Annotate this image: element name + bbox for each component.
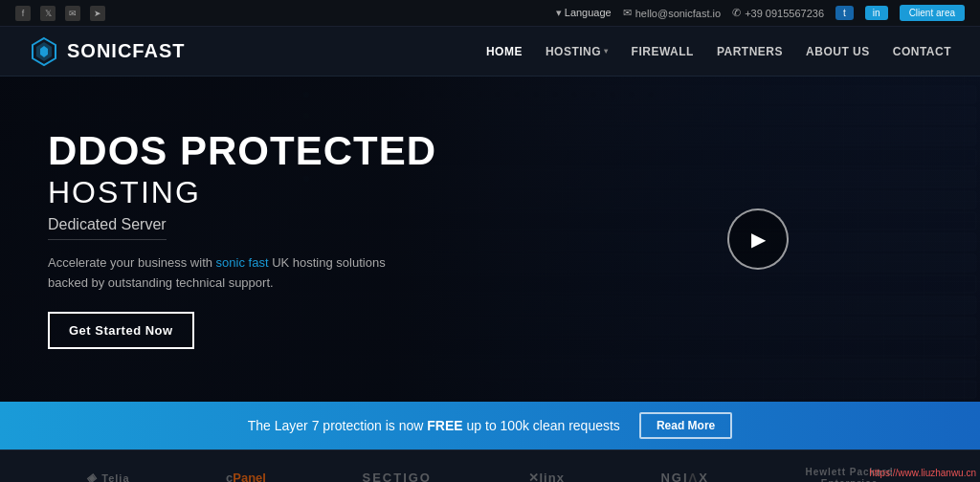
partners-bar: ◈ Telia cPanel SECTIGO ✕linx NGIΛX Hewle…: [0, 449, 980, 482]
get-started-button[interactable]: Get Started Now: [48, 312, 194, 349]
nav-firewall[interactable]: FIREWALL: [632, 45, 694, 58]
nav-hosting[interactable]: HOSTING ▾: [546, 45, 609, 58]
logo-icon: [29, 36, 59, 67]
nav-partners[interactable]: PARTNERS: [717, 45, 783, 58]
client-area-btn[interactable]: Client area: [900, 5, 965, 21]
nav-links: HOME HOSTING ▾ FIREWALL PARTNERS ABOUT U…: [486, 45, 951, 58]
chevron-down-icon: ▾: [604, 47, 609, 55]
watermark: https://www.liuzhanwu.cn: [869, 468, 976, 478]
linkedin-btn[interactable]: in: [865, 6, 888, 20]
top-bar: f 𝕏 ✉ ➤ ▾ Language ✉ hello@sonicfast.io …: [0, 0, 980, 27]
layer7-text: The Layer 7 protection is now FREE up to…: [248, 418, 620, 433]
email-icon[interactable]: ✉: [65, 6, 80, 21]
phone-contact: ✆ +39 0915567236: [732, 7, 824, 19]
email-contact: ✉ hello@sonicfast.io: [623, 7, 721, 19]
hero-content: DDOS PROTECTED HOSTING Dedicated Server …: [0, 129, 484, 350]
facebook-icon[interactable]: f: [15, 6, 31, 21]
logo-text: SONICFAST: [67, 40, 185, 62]
nav-about[interactable]: ABOUT US: [806, 45, 870, 58]
play-video-button[interactable]: ▶: [727, 208, 789, 270]
navbar: SONICFAST HOME HOSTING ▾ FIREWALL PARTNE…: [0, 27, 980, 77]
hero-title-sub: HOSTING: [48, 175, 436, 210]
telegram-icon[interactable]: ➤: [90, 6, 105, 21]
hero-title-main: DDOS PROTECTED: [48, 129, 436, 173]
language-selector[interactable]: ▾ Language: [556, 7, 612, 19]
play-icon: ▶: [751, 228, 766, 251]
hero-section: DDOS PROTECTED HOSTING Dedicated Server …: [0, 77, 980, 402]
read-more-button[interactable]: Read More: [639, 412, 732, 439]
twitter-btn[interactable]: t: [835, 6, 854, 20]
partner-xilinx: ✕linx: [528, 471, 565, 482]
top-bar-right: ▾ Language ✉ hello@sonicfast.io ✆ +39 09…: [556, 5, 965, 21]
hero-subtitle: Dedicated Server: [48, 216, 167, 240]
twitter-icon[interactable]: 𝕏: [40, 6, 56, 21]
nav-home[interactable]: HOME: [486, 45, 523, 58]
partner-sectigo: SECTIGO: [362, 471, 432, 482]
layer7-banner: The Layer 7 protection is now FREE up to…: [0, 402, 980, 449]
hero-description: Accelerate your business with sonic fast…: [48, 253, 392, 294]
partner-telia: ◈ Telia: [86, 471, 129, 482]
nav-contact[interactable]: CONTACT: [893, 45, 951, 58]
partner-nginx: NGIΛX: [660, 471, 708, 482]
social-links: f 𝕏 ✉ ➤: [15, 6, 105, 21]
partner-cpanel: cPanel: [226, 471, 266, 482]
logo[interactable]: SONICFAST: [29, 36, 185, 67]
